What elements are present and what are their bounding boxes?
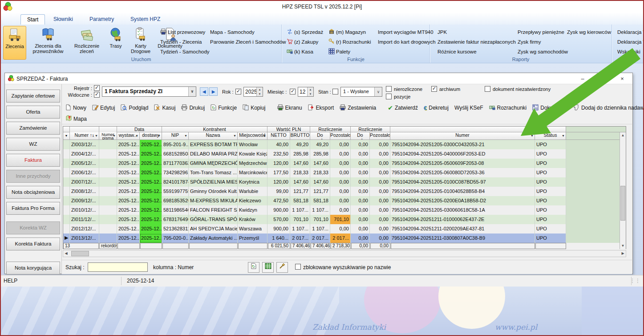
kasa-link[interactable]: (k) Kasa [287, 48, 313, 55]
table-row[interactable]: ZI005/12/... 2025-12... 2025-12... 87117… [63, 159, 626, 168]
prev-register-button[interactable]: ◀ [200, 87, 208, 96]
column-filter-icon[interactable]: ▼ [63, 132, 70, 140]
sidebar-item-faktura[interactable]: Faktura [6, 154, 60, 167]
column-header-brutto[interactable]: BRUTTO [290, 132, 310, 140]
tab-start[interactable]: Start [20, 14, 45, 25]
sidebar-item-zam-wienie[interactable]: Zamówienie [6, 122, 60, 135]
dropdown-icon[interactable]: ▼ [233, 134, 236, 137]
table-row[interactable]: ZI012/12/... 2025-12... 2025-12... 52136… [63, 224, 626, 234]
zestawienia-button[interactable]: Zestawienia [340, 104, 376, 112]
wizard-button[interactable] [276, 262, 288, 273]
table-row[interactable]: ZI008/12/... 2025-12... 2025-12... 55919… [63, 187, 626, 196]
stan-checkbox[interactable] [332, 89, 338, 94]
tab-slowniki[interactable]: Słowniki [47, 14, 79, 25]
edytuj-button[interactable]: Edytuj [92, 104, 115, 112]
rok-spinner-arrows-icon[interactable]: ▲▼ [256, 87, 263, 96]
deklaracja-vat-1-link[interactable]: Deklaracja VAT [617, 28, 644, 36]
deklaracja-vat-2-link[interactable]: Deklaracja VAT [617, 38, 644, 45]
ekranu-button[interactable]: Ekranu [277, 104, 302, 112]
column-header-netto[interactable]: NETTO [267, 132, 290, 140]
zakupy-link[interactable]: (z) Zakupy [287, 38, 318, 45]
search-input[interactable] [88, 262, 148, 272]
column-header-numer[interactable]: Numer ↑1▼ [70, 132, 99, 140]
vertical-scrollbar[interactable]: ▲ ▼ [620, 132, 626, 249]
table-row[interactable]: ZI009/12/... 2025-12... 2025-12... 69818… [63, 196, 626, 205]
column-header-wystaw[interactable]: wystaw...▼ [117, 132, 140, 140]
kopiuj-button[interactable]: Kopiuj [243, 104, 265, 112]
zatwierdz-button[interactable]: ✔Zatwierdź [388, 104, 418, 111]
table-row[interactable]: ZI004/12/... 2025-12... 2025-12... 66815… [63, 149, 626, 159]
magazyn-link[interactable]: (m) Magazyn [328, 28, 366, 36]
scroll-left-icon[interactable]: ◀ [63, 250, 69, 257]
refresh-button[interactable]: ↻ [248, 262, 259, 273]
column-header-dozap2[interactable]: Do zapł... [351, 132, 370, 140]
sidebar-item-oferta[interactable]: Oferta [6, 106, 60, 119]
rok-checkbox[interactable] [235, 89, 241, 94]
register-combo-arrow-icon[interactable]: ∨ [188, 87, 196, 96]
column-header-pozostalo1[interactable]: Pozostało [330, 132, 351, 140]
stan-combo-arrow-icon[interactable]: ∨ [374, 87, 382, 96]
palety-link[interactable]: Palety [328, 48, 350, 55]
scroll-right-icon[interactable]: ▶ [620, 250, 626, 257]
funkcje-button[interactable]: ↻Funkcje [211, 104, 237, 112]
wyslij-ksef-button[interactable]: Wyślij KSeF [454, 105, 483, 111]
miesiac-spinner-arrows-icon[interactable]: ▲▼ [307, 87, 313, 96]
dropdown-icon[interactable]: ▼ [158, 134, 161, 137]
dokument-niezatwierdzony-checkbox[interactable] [485, 86, 490, 92]
drukuj-button[interactable]: Drukuj [181, 104, 205, 112]
table-row[interactable]: ZI007/12/... 2025-12... 2025-12... 82410… [63, 177, 626, 187]
column-header-ksef-numer[interactable]: Numer▼ [390, 132, 535, 140]
list-przewozowy-link[interactable]: List przewozowy [160, 28, 205, 36]
minimize-button[interactable]: – [573, 73, 592, 84]
rok-spinner[interactable]: 2025 ▲▼ [243, 87, 263, 97]
sidebar-item-nota-koryguj-ca[interactable]: Nota korygująca [6, 262, 60, 275]
table-view-button[interactable] [262, 262, 274, 273]
vertical-scroll-thumb[interactable] [620, 186, 625, 221]
tydzien-zlecenia-link[interactable]: Tydzień - Zlecenia [160, 38, 202, 45]
rejestr-checkbox[interactable] [94, 85, 100, 91]
nowy-button[interactable]: Nowy [65, 104, 86, 112]
zlecenia-button[interactable]: Zlecenia [3, 26, 26, 60]
roznice-kursowe-link[interactable]: Różnice kursowe [437, 48, 477, 55]
import-mt940-link[interactable]: Import wyciągów MT940 [378, 28, 433, 36]
zysk-firmy-link[interactable]: Zysk firmy [518, 38, 541, 45]
wskazniki-link[interactable]: Wskaźniki [617, 48, 640, 55]
tab-system-hpz[interactable]: System HPZ [124, 14, 166, 25]
sidebar-item-faktura-pro-forma[interactable]: Faktura Pro Forma [6, 202, 60, 215]
miesiac-spinner[interactable]: 12 ▲▼ [298, 87, 314, 97]
column-header-dozap1[interactable]: Do zapł... [310, 132, 330, 140]
horizontal-scroll-thumb[interactable] [71, 251, 89, 256]
table-row[interactable]: ZI011/12/... 2025-12... 2025-12... 67831… [63, 215, 626, 224]
column-header-nazwa[interactable]: Nazwa▼ [189, 132, 238, 140]
tab-parametry[interactable]: Parametry [83, 14, 120, 25]
archiwum-checkbox[interactable] [431, 86, 437, 92]
dropdown-icon[interactable]: ▼ [95, 134, 98, 137]
sidebar-item-nota-obci-eniowa[interactable]: Nota obciążeniowa [6, 186, 60, 199]
scroll-down-icon[interactable]: ▼ [620, 243, 626, 249]
sidebar-item-korekta-faktura[interactable]: Korekta Faktura [6, 238, 60, 250]
zlecenia-dla-przewoznikow-button[interactable]: Zlecenia dla przewoźników [28, 26, 68, 60]
import-kart-link[interactable]: Import do kart drogowych [378, 38, 436, 45]
table-row[interactable]: ▶ ZI013/12/... 2025-12... 2025-12... 795… [63, 234, 626, 243]
parowanie-zlecen-link[interactable]: Parowanie Zleceń i Samochodów [210, 38, 286, 45]
sidebar-item-zapytanie-ofertowe[interactable]: Zapytanie ofertowe [6, 90, 60, 102]
kasuj-button[interactable]: Kasuj [154, 104, 175, 112]
jpk-link[interactable]: JPK [437, 28, 447, 36]
mapa-samochody-link[interactable]: Mapa - Samochody [210, 28, 255, 36]
sprzedaz-link[interactable]: (s) Sprzedaż [287, 28, 323, 36]
column-header-pozostalo2[interactable]: Pozostało [370, 132, 390, 140]
trasy-button[interactable]: Trasy [105, 26, 126, 60]
dodaj-dziennik-button[interactable]: Dodaj do dziennika nadawczego [573, 104, 644, 112]
podglad-button[interactable]: Podgląd [121, 104, 148, 112]
dekretuj-button[interactable]: €Dekretuj [424, 105, 449, 111]
dropdown-icon[interactable]: ▼ [263, 134, 266, 137]
zestawienie-faktur-link[interactable]: Zestawienie faktur niezapłaconych [437, 38, 516, 45]
rozliczenie-zlecen-button[interactable]: Rozliczenie zleceń [70, 26, 104, 60]
column-header-nip[interactable]: NIP▼ [162, 132, 189, 140]
stan-combo[interactable]: 1 - Wysłane ∨ [340, 87, 382, 97]
column-header-miejscowosc[interactable]: Miejscowość▼ [238, 132, 267, 140]
dropdown-icon[interactable]: ▼ [113, 134, 116, 138]
przeplywy-link[interactable]: Przepływy pieniężne [518, 28, 564, 36]
close-button[interactable]: × [612, 73, 632, 84]
karty-drogowe-button[interactable]: Karty Drogowe [128, 26, 154, 60]
